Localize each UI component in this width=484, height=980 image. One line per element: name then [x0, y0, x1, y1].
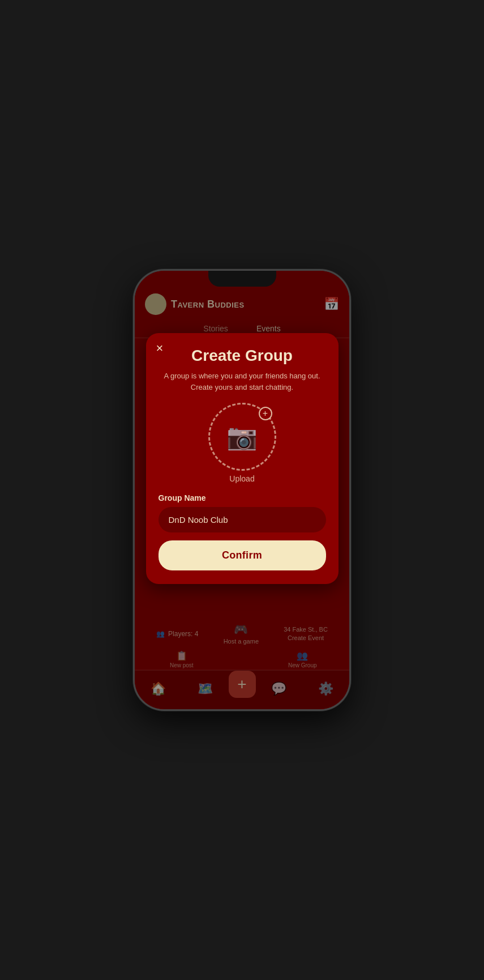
modal-description: A group is where you and your friends ha… — [159, 370, 326, 393]
confirm-button[interactable]: Confirm — [159, 540, 326, 570]
camera-icon: 📷 — [226, 424, 258, 449]
upload-area[interactable]: 📷 + Upload — [159, 403, 326, 483]
create-group-modal: × Create Group A group is where you and … — [146, 333, 339, 584]
upload-circle: 📷 + — [208, 403, 276, 471]
modal-overlay: × Create Group A group is where you and … — [135, 271, 349, 709]
group-name-label: Group Name — [159, 493, 326, 502]
close-button[interactable]: × — [156, 342, 164, 355]
group-name-input[interactable] — [159, 507, 326, 532]
modal-title: Create Group — [159, 347, 326, 365]
phone-frame: Tavern Buddies 📅 Stories Events Followin… — [133, 269, 351, 711]
phone-notch — [208, 271, 276, 287]
phone-screen: Tavern Buddies 📅 Stories Events Followin… — [135, 271, 349, 709]
upload-label: Upload — [229, 474, 254, 483]
plus-badge: + — [259, 407, 272, 420]
